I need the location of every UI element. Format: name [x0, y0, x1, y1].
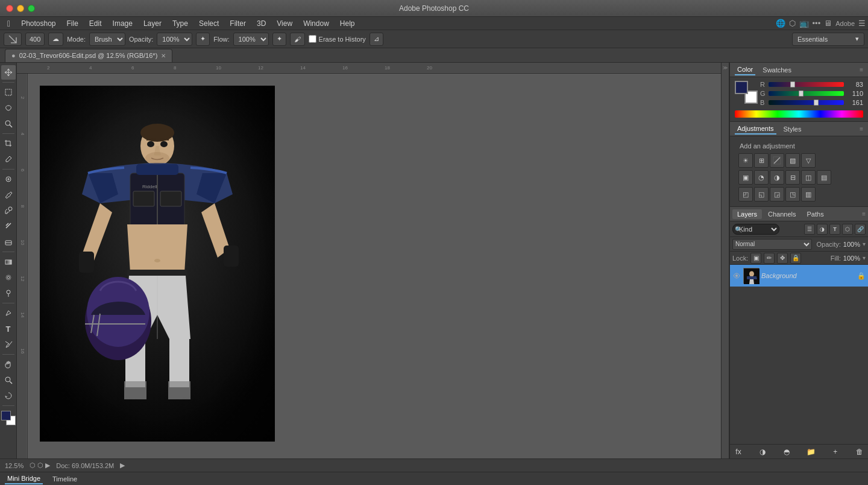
- topbar-icon-5[interactable]: 🖥: [824, 19, 832, 28]
- adj-posterize-btn[interactable]: ◱: [754, 187, 769, 201]
- eyedropper-tool[interactable]: [1, 152, 16, 166]
- tab-close-icon[interactable]: ✕: [161, 52, 166, 59]
- tab-styles[interactable]: Styles: [781, 124, 804, 134]
- menu-window[interactable]: Window: [298, 18, 334, 29]
- topbar-icon-4[interactable]: •••: [813, 19, 821, 28]
- adj-selective-color-btn[interactable]: ▥: [801, 187, 816, 201]
- marquee-tool[interactable]: [1, 85, 16, 100]
- brush-size-btn[interactable]: 400: [25, 33, 45, 46]
- filter-adj-btn[interactable]: ◑: [817, 224, 828, 235]
- opacity-pressure-btn[interactable]: ✦: [196, 33, 210, 46]
- mode-select[interactable]: Brush Pencil Block: [89, 33, 125, 46]
- tab-color[interactable]: Color: [735, 65, 755, 75]
- essentials-select[interactable]: Essentials ▾: [792, 33, 864, 46]
- topbar-icon-6[interactable]: ☰: [858, 19, 866, 28]
- color-panel-header[interactable]: Color Swatches ≡: [730, 63, 868, 77]
- document-tab[interactable]: ● 02-03_Trevor606-Edit.psd @ 12.5% (RGB/…: [5, 49, 172, 62]
- blend-mode-select[interactable]: Normal Multiply Screen Overlay: [732, 239, 812, 250]
- color-spectrum[interactable]: [735, 110, 863, 118]
- text-tool[interactable]: T: [1, 322, 16, 336]
- healing-brush-tool[interactable]: [1, 172, 16, 186]
- topbar-icon-1[interactable]: 🌐: [776, 19, 785, 28]
- path-select-tool[interactable]: [1, 337, 16, 352]
- blur-tool[interactable]: [1, 270, 16, 285]
- adj-invert-btn[interactable]: ◰: [738, 187, 753, 201]
- airbrush-btn[interactable]: 🖌: [290, 33, 305, 46]
- adj-hsl-btn[interactable]: ▣: [738, 170, 753, 185]
- adj-bw-btn[interactable]: ◑: [770, 170, 784, 185]
- gradient-tool[interactable]: [1, 255, 16, 269]
- opacity-select[interactable]: 100% 75% 50%: [157, 33, 192, 46]
- menu-edit[interactable]: Edit: [84, 18, 107, 29]
- pen-tool[interactable]: [1, 306, 16, 320]
- b-slider-track[interactable]: [769, 100, 844, 105]
- flow-select[interactable]: 100% 75%: [233, 33, 269, 46]
- zoom-tool[interactable]: [1, 373, 16, 387]
- hand-tool[interactable]: [1, 357, 16, 372]
- menu-filter[interactable]: Filter: [225, 18, 251, 29]
- lock-transparent-btn[interactable]: ▣: [750, 253, 761, 264]
- adj-levels-btn[interactable]: ⊞: [754, 153, 769, 168]
- dodge-tool[interactable]: [1, 286, 16, 300]
- fill-chevron-icon[interactable]: ▾: [863, 255, 866, 261]
- menu-select[interactable]: Select: [194, 18, 224, 29]
- layers-panel-menu-icon[interactable]: ≡: [862, 211, 866, 217]
- adj-colorlookup-btn[interactable]: ▤: [817, 170, 831, 185]
- adj-curves-btn[interactable]: [770, 153, 784, 168]
- lock-position-btn[interactable]: ✥: [777, 253, 788, 264]
- tool-icon-btn[interactable]: [4, 33, 22, 46]
- layer-mask-btn[interactable]: ◑: [756, 446, 769, 457]
- opacity-chevron-icon[interactable]: ▾: [863, 241, 866, 247]
- tab-timeline[interactable]: Timeline: [50, 474, 80, 484]
- layer-group-btn[interactable]: 📁: [805, 446, 817, 457]
- canvas-document[interactable]: Riddell: [40, 86, 275, 442]
- close-button[interactable]: [6, 5, 13, 12]
- menu-3d[interactable]: 3D: [252, 18, 271, 29]
- canvas-scroll[interactable]: Riddell: [28, 74, 721, 458]
- window-controls[interactable]: [6, 5, 35, 12]
- brush-tool[interactable]: [1, 188, 16, 202]
- adj-threshold-btn[interactable]: ◲: [770, 187, 784, 201]
- r-slider-track[interactable]: [769, 82, 844, 87]
- adjustments-header[interactable]: Adjustments Styles ≡: [730, 122, 868, 136]
- filter-smartobj-btn[interactable]: 🔗: [855, 224, 866, 235]
- layer-fx-btn[interactable]: fx: [732, 446, 744, 457]
- background-layer-row[interactable]: Background 🔒: [730, 265, 868, 287]
- status-icon-3[interactable]: ▶: [45, 461, 50, 469]
- topbar-icon-2[interactable]: ⬡: [789, 19, 796, 28]
- b-slider-thumb[interactable]: [814, 100, 819, 106]
- layer-visibility-toggle[interactable]: [732, 271, 741, 280]
- panel-collapse-bar[interactable]: ≫: [721, 63, 729, 458]
- tab-adjustments[interactable]: Adjustments: [735, 124, 776, 135]
- topbar-icon-3[interactable]: 📺: [799, 19, 809, 28]
- filter-shape-btn[interactable]: ⬡: [842, 224, 853, 235]
- menu-file[interactable]: File: [62, 18, 83, 29]
- adj-colorbalance-btn[interactable]: ◔: [754, 170, 769, 185]
- clone-stamp-tool[interactable]: [1, 203, 16, 218]
- tab-channels[interactable]: Channels: [763, 209, 800, 219]
- maximize-button[interactable]: [28, 5, 35, 12]
- erase-to-history-input[interactable]: [309, 35, 316, 43]
- menu-layer[interactable]: Layer: [139, 18, 166, 29]
- filter-type-btn[interactable]: T: [829, 224, 840, 235]
- g-slider-thumb[interactable]: [799, 90, 804, 97]
- adj-gradient-map-btn[interactable]: ◳: [785, 187, 800, 201]
- filter-pixel-btn[interactable]: ☰: [804, 224, 815, 235]
- adj-photofilter-btn[interactable]: ⊟: [785, 170, 800, 185]
- eraser-tool[interactable]: [1, 235, 16, 249]
- layer-new-btn[interactable]: +: [829, 446, 841, 457]
- layer-delete-btn[interactable]: 🗑: [854, 446, 866, 457]
- quick-select-tool[interactable]: [1, 116, 16, 131]
- crop-tool[interactable]: [1, 136, 16, 151]
- lock-all-btn[interactable]: 🔒: [790, 253, 801, 264]
- status-icon-2[interactable]: ⬡: [37, 461, 43, 469]
- foreground-color-swatch[interactable]: [1, 411, 11, 420]
- layer-adjustment-btn[interactable]: ◓: [781, 446, 793, 457]
- foreground-color-well[interactable]: [735, 81, 748, 94]
- panel-menu-icon[interactable]: ≡: [860, 66, 863, 73]
- lock-image-btn[interactable]: ✏: [764, 253, 775, 264]
- menu-help[interactable]: Help: [335, 18, 360, 29]
- menu-photoshop[interactable]: Photoshop: [16, 18, 60, 29]
- collapse-icon[interactable]: ≫: [723, 65, 728, 71]
- status-arrow-icon[interactable]: ▶: [120, 461, 125, 469]
